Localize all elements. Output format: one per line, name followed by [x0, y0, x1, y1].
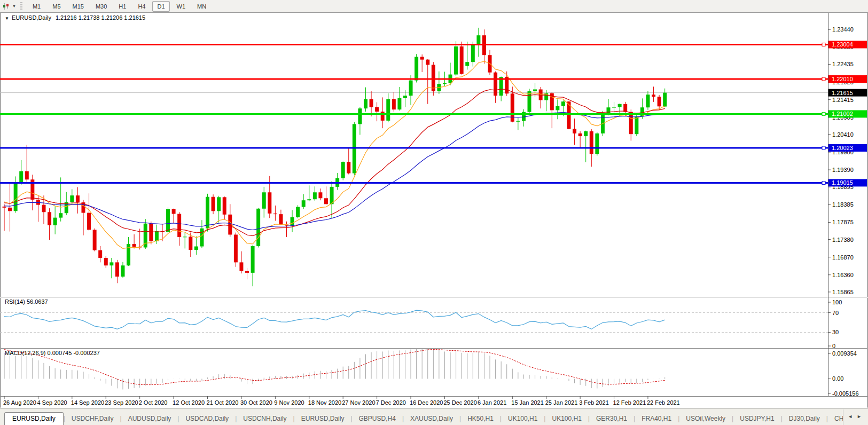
svg-text:1.23004: 1.23004 — [832, 41, 853, 48]
timeframe-button-m5[interactable]: M5 — [48, 1, 65, 12]
svg-text:3 Feb 2021: 3 Feb 2021 — [579, 399, 609, 406]
svg-text:1.19390: 1.19390 — [832, 167, 854, 173]
svg-text:26 Aug 2020: 26 Aug 2020 — [3, 399, 36, 406]
chart-tab-gbpusd-h4[interactable]: GBPUSD,H4 — [353, 413, 402, 425]
svg-text:1.17875: 1.17875 — [832, 219, 854, 225]
chart-tab-usdchf-daily[interactable]: USDCHF,Daily — [65, 413, 120, 425]
tab-scroll-left-icon[interactable]: ◄ — [846, 413, 855, 420]
chart-tab-ger30-h1[interactable]: GER30,H1 — [590, 413, 634, 425]
svg-text:25 Dec 2020: 25 Dec 2020 — [443, 399, 476, 406]
tab-scroll-right-icon[interactable]: ► — [855, 413, 864, 420]
collapse-caret-icon[interactable]: ▼ — [5, 16, 9, 21]
svg-text:30 Oct 2020: 30 Oct 2020 — [240, 399, 272, 406]
price-axis[interactable]: 1.234401.229301.224351.219251.214151.209… — [828, 26, 854, 295]
svg-text:1.22010: 1.22010 — [832, 76, 853, 82]
svg-text:6 Jan 2021: 6 Jan 2021 — [478, 399, 506, 406]
svg-text:27 Nov 2020: 27 Nov 2020 — [342, 399, 375, 406]
svg-text:22 Feb 2021: 22 Feb 2021 — [647, 399, 680, 406]
chart-tab-uk100-h1[interactable]: UK100,H1 — [502, 413, 544, 425]
rsi-indicator-label: RSI(14) 56.0637 — [5, 298, 48, 305]
svg-text:18 Nov 2020: 18 Nov 2020 — [308, 399, 341, 406]
chart-tab-uk100-h1[interactable]: UK100,H1 — [545, 413, 588, 425]
svg-text:4 Sep 2020: 4 Sep 2020 — [37, 399, 67, 406]
rsi-panel: 10070300 — [0, 299, 842, 349]
svg-text:1.18385: 1.18385 — [832, 201, 854, 208]
svg-text:2 Oct 2020: 2 Oct 2020 — [139, 399, 168, 406]
chart-tabs: EURUSD,Daily|USDCHF,Daily|AUDUSD,Daily|U… — [0, 412, 843, 425]
chart-tab-usdcad-daily[interactable]: USDCAD,Daily — [179, 413, 235, 425]
svg-text:1.16360: 1.16360 — [832, 272, 854, 278]
chart-tab-bar: EURUSD,Daily|USDCHF,Daily|AUDUSD,Daily|U… — [0, 408, 868, 425]
svg-text:1.20410: 1.20410 — [832, 131, 854, 138]
svg-text:15 Jan 2021: 15 Jan 2021 — [511, 399, 544, 406]
timeframe-button-mn[interactable]: MN — [192, 1, 211, 12]
chart-tab-fra40-h1[interactable]: FRA40,H1 — [635, 413, 678, 425]
chart-tab-usdjpy-h1[interactable]: USDJPY,H1 — [733, 413, 780, 425]
svg-text:14 Sep 2020: 14 Sep 2020 — [71, 399, 104, 406]
svg-text:1.21002: 1.21002 — [832, 111, 853, 117]
timeframe-button-m15[interactable]: M15 — [68, 1, 89, 12]
timeframe-button-h4[interactable]: H4 — [133, 1, 150, 12]
chart-tab-usdcnh-daily[interactable]: USDCNH,Daily — [237, 413, 293, 425]
svg-text:1.16870: 1.16870 — [832, 254, 854, 261]
price-chart-canvas[interactable]: 1.234401.229301.224351.219251.214151.209… — [0, 0, 868, 425]
timeframe-button-d1[interactable]: D1 — [152, 1, 169, 12]
chart-tab-audusd-daily[interactable]: AUDUSD,Daily — [122, 413, 178, 425]
svg-text:0: 0 — [832, 343, 835, 349]
svg-text:16 Dec 2020: 16 Dec 2020 — [410, 399, 443, 406]
svg-text:7 Dec 2020: 7 Dec 2020 — [376, 399, 406, 406]
svg-text:1.15865: 1.15865 — [832, 289, 854, 295]
svg-text:1.19015: 1.19015 — [832, 179, 853, 186]
chart-tab-eurusd-daily[interactable]: EURUSD,Daily — [4, 412, 64, 425]
chart-ohlc-readout: 1.21216 1.21738 1.21206 1.21615 — [56, 14, 145, 21]
chart-symbol-label: EURUSD,Daily — [12, 14, 51, 21]
svg-text:1.23440: 1.23440 — [832, 26, 854, 33]
timeframe-button-m1[interactable]: M1 — [28, 1, 45, 12]
chart-type-dropdown-caret[interactable]: ▼ — [12, 4, 16, 8]
chart-tab-china300-h1[interactable]: CHINA300,H1 — [828, 413, 843, 425]
timeframe-buttons: M1M5M15M30H1H4D1W1MN — [27, 1, 212, 12]
timeframe-button-h1[interactable]: H1 — [114, 1, 131, 12]
svg-text:0.009354: 0.009354 — [832, 350, 857, 357]
svg-text:1.22435: 1.22435 — [832, 61, 854, 67]
macd-indicator-label: MACD(12,26,9) 0.000745 -0.000237 — [5, 350, 100, 356]
chart-title: ▼EURUSD,Daily1.21216 1.21738 1.21206 1.2… — [5, 14, 145, 21]
svg-text:1.21615: 1.21615 — [832, 90, 853, 96]
chart-tab-eurusd-daily[interactable]: EURUSD,Daily — [295, 413, 351, 425]
svg-text:12 Oct 2020: 12 Oct 2020 — [173, 399, 205, 406]
svg-text:0.00: 0.00 — [832, 375, 843, 382]
chart-tab-dj30-daily[interactable]: DJ30,Daily — [783, 413, 826, 425]
candlesticks — [3, 28, 667, 286]
date-axis[interactable]: 26 Aug 20204 Sep 202014 Sep 202023 Sep 2… — [3, 396, 680, 406]
toolbar: ▼ M1M5M15M30H1H4D1W1MN — [0, 0, 868, 13]
moving-average-lines — [4, 61, 665, 248]
toolbar-grip — [20, 2, 22, 11]
svg-text:1.20023: 1.20023 — [832, 145, 853, 151]
svg-text:1.21415: 1.21415 — [832, 97, 854, 103]
candlestick-icon-glyph — [2, 3, 10, 10]
svg-text:9 Nov 2020: 9 Nov 2020 — [274, 399, 304, 406]
tab-scroll-controls: ◄ ► — [843, 410, 868, 425]
horizontal-level-lines — [0, 43, 828, 184]
svg-text:-0.005156: -0.005156 — [832, 390, 859, 397]
svg-text:70: 70 — [832, 310, 839, 316]
macd-panel: 0.0093540.00-0.005156 — [4, 349, 859, 397]
svg-text:21 Oct 2020: 21 Oct 2020 — [207, 399, 239, 406]
chart-tab-hk50-h1[interactable]: HK50,H1 — [461, 413, 500, 425]
svg-text:12 Feb 2021: 12 Feb 2021 — [613, 399, 646, 406]
timeframe-button-w1[interactable]: W1 — [172, 1, 191, 12]
chart-tab-usoil-weekly[interactable]: USOil,Weekly — [679, 413, 732, 425]
svg-text:25 Jan 2021: 25 Jan 2021 — [545, 399, 578, 406]
chart-type-icon[interactable] — [1, 2, 11, 11]
svg-text:30: 30 — [832, 329, 839, 335]
chart-tab-xauusd-daily[interactable]: XAUUSD,Daily — [404, 413, 459, 425]
svg-text:100: 100 — [832, 299, 842, 305]
timeframe-button-m30[interactable]: M30 — [91, 1, 112, 12]
svg-text:23 Sep 2020: 23 Sep 2020 — [105, 399, 138, 406]
svg-text:1.17380: 1.17380 — [832, 237, 854, 243]
